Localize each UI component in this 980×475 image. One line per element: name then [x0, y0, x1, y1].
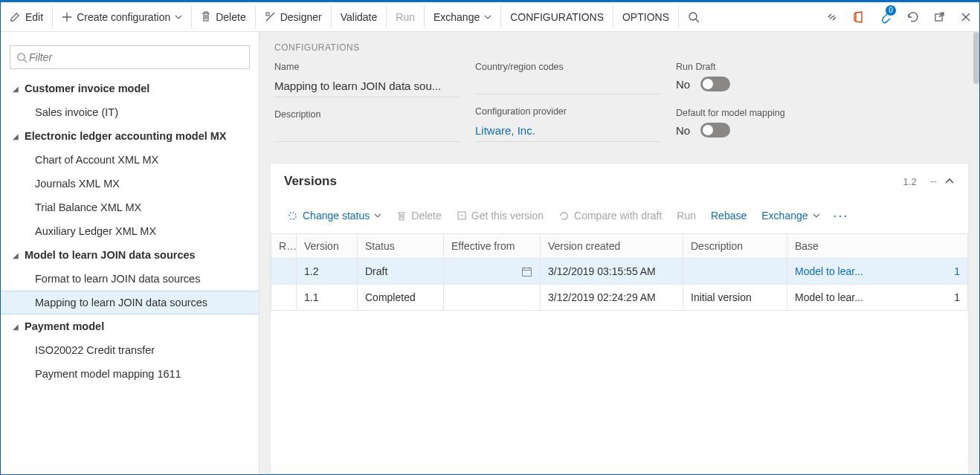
filter-input[interactable] — [28, 51, 243, 64]
country-value[interactable] — [475, 77, 661, 94]
change-status-button[interactable]: Change status — [281, 207, 387, 224]
description-label: Description — [274, 109, 460, 120]
tree-group-model-join[interactable]: ◢Model to learn JOIN data sources — [1, 243, 259, 267]
versions-toolbar: Change status Delete Get this version Co… — [271, 199, 968, 233]
create-configuration-label: Create configuration — [77, 11, 170, 23]
attachments-button[interactable]: 0 — [872, 2, 899, 32]
chevron-down-icon — [813, 212, 820, 219]
exchange-button[interactable]: Exchange — [425, 2, 500, 31]
delete-button[interactable]: Delete — [192, 2, 254, 31]
cell-description — [683, 259, 787, 285]
rundraft-toggle[interactable] — [700, 77, 730, 91]
col-status[interactable]: Status — [358, 234, 444, 259]
edit-label: Edit — [25, 11, 43, 23]
col-base[interactable]: Base — [787, 234, 968, 259]
popout-button[interactable] — [926, 2, 952, 32]
exchange-label: Exchange — [433, 11, 480, 23]
calendar-icon — [521, 266, 532, 277]
col-version[interactable]: Version — [297, 234, 358, 259]
versions-header-version: 1.2 — [903, 176, 917, 187]
col-r[interactable]: R... — [271, 234, 297, 259]
defaultmap-value: No — [676, 124, 690, 137]
refresh-button[interactable] — [899, 2, 926, 32]
grid-header-row: R... Version Status Effective from Versi… — [271, 234, 968, 259]
name-value[interactable]: Mapping to learn JOIN data sou... — [274, 77, 460, 97]
delete-label: Delete — [216, 11, 245, 23]
scrollbar[interactable] — [973, 32, 979, 84]
cell-effective[interactable] — [444, 259, 541, 285]
close-icon — [961, 12, 971, 22]
tree-item-trial-balance[interactable]: Trial Balance XML MX — [1, 196, 259, 219]
name-label: Name — [274, 62, 460, 72]
version-delete-button: Delete — [390, 207, 447, 224]
tree-item-payment-mapping-1611[interactable]: Payment model mapping 1611 — [1, 362, 259, 386]
section-title: CONFIGURATIONS — [274, 42, 964, 53]
provider-value[interactable]: Litware, Inc. — [475, 121, 661, 142]
validate-button[interactable]: Validate — [332, 2, 387, 31]
cell-base: Model to lear...1 — [787, 259, 968, 285]
designer-button[interactable]: Designer — [256, 2, 331, 31]
options-label: OPTIONS — [622, 11, 669, 23]
link-icon — [826, 12, 838, 22]
run-button: Run — [387, 2, 424, 31]
tree-group-customer-invoice[interactable]: ◢Customer invoice model — [1, 77, 259, 100]
defaultmap-toggle[interactable] — [700, 123, 730, 138]
chevron-down-icon — [374, 212, 381, 219]
search-icon — [688, 11, 700, 23]
svg-rect-4 — [523, 268, 532, 276]
provider-label: Configuration provider — [475, 106, 661, 117]
version-exchange-button[interactable]: Exchange — [755, 207, 825, 224]
versions-panel: Versions 1.2 -- Change status — [270, 163, 969, 474]
defaultmap-label: Default for model mapping — [676, 108, 825, 118]
chevron-down-icon — [175, 13, 182, 21]
configurations-label: CONFIGURATIONS — [510, 11, 604, 23]
chevron-up-icon — [944, 176, 955, 187]
versions-collapse-button[interactable] — [944, 176, 955, 187]
svg-point-0 — [689, 13, 697, 20]
create-configuration-button[interactable]: Create configuration — [53, 2, 191, 31]
cell-created: 3/12/2019 02:24:29 AM — [541, 285, 683, 311]
rebase-button[interactable]: Rebase — [705, 207, 752, 224]
versions-header-dash: -- — [930, 175, 937, 187]
office-icon-button[interactable] — [845, 2, 872, 32]
cell-description: Initial version — [683, 285, 787, 311]
tree-group-electronic-ledger[interactable]: ◢Electronic ledger accounting model MX — [1, 124, 259, 148]
link-icon-button[interactable] — [819, 2, 845, 32]
filter-box[interactable] — [10, 45, 250, 69]
rundraft-value: No — [676, 78, 690, 91]
col-effective[interactable]: Effective from — [444, 234, 541, 259]
tree-item-chart-of-account[interactable]: Chart of Account XML MX — [1, 148, 259, 172]
configurations-button[interactable]: CONFIGURATIONS — [501, 2, 613, 31]
tree-item-journals-xml[interactable]: Journals XML MX — [1, 172, 259, 196]
trash-icon — [201, 11, 211, 22]
tree-item-mapping-join[interactable]: Mapping to learn JOIN data sources — [1, 291, 259, 314]
cell-status: Completed — [358, 285, 444, 311]
get-version-icon — [457, 210, 467, 221]
cell-created: 3/12/2019 03:15:55 AM — [541, 259, 683, 285]
tree-group-payment-model[interactable]: ◢Payment model — [1, 314, 259, 338]
popout-icon — [934, 11, 945, 22]
run-label: Run — [396, 11, 415, 23]
description-value[interactable] — [274, 124, 460, 142]
options-button[interactable]: OPTIONS — [613, 2, 678, 31]
edit-button[interactable]: Edit — [1, 2, 52, 31]
close-button[interactable] — [952, 2, 979, 32]
cell-version: 1.1 — [297, 285, 358, 311]
tree-item-sales-invoice-it[interactable]: Sales invoice (IT) — [1, 100, 259, 124]
search-button[interactable] — [679, 2, 709, 31]
cell-effective[interactable] — [444, 285, 541, 311]
tree-item-auxiliary-ledger[interactable]: Auxiliary Ledger XML MX — [1, 219, 259, 243]
tree-item-format-join[interactable]: Format to learn JOIN data sources — [1, 267, 259, 291]
col-created[interactable]: Version created — [541, 234, 683, 259]
version-more-button[interactable]: ··· — [829, 208, 854, 224]
tree-item-iso20022-credit[interactable]: ISO20022 Credit transfer — [1, 338, 259, 362]
svg-point-2 — [18, 53, 25, 59]
cell-base: Model to lear...1 — [787, 285, 968, 311]
table-row[interactable]: 1.1Completed3/12/2019 02:24:29 AMInitial… — [271, 285, 968, 311]
cell-r — [271, 259, 297, 285]
version-run-button: Run — [671, 207, 702, 224]
pencil-icon — [10, 11, 21, 22]
rundraft-label: Run Draft — [676, 62, 825, 72]
table-row[interactable]: 1.2Draft3/12/2019 03:15:55 AMModel to le… — [271, 259, 968, 285]
col-description[interactable]: Description — [683, 234, 787, 259]
